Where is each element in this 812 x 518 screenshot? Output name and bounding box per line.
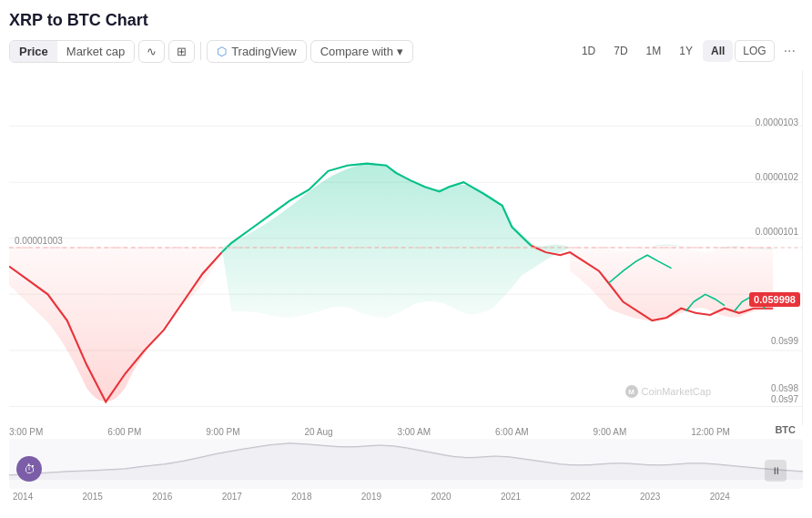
price-btn[interactable]: Price — [10, 41, 57, 62]
mini-x-axis: 2014 2015 2016 2017 2018 2019 2020 2021 … — [9, 489, 803, 502]
y-label-7: 0.0s97 — [771, 394, 798, 404]
period-group: 1D 7D 1M 1Y All LOG ··· — [573, 39, 803, 63]
main-chart-area: 0.0000103 0.0000102 0.0000101 0.059998 0… — [9, 70, 803, 425]
x-axis: 3:00 PM 6:00 PM 9:00 PM 20 Aug 3:00 AM 6… — [9, 425, 803, 437]
x-label-3: 9:00 PM — [206, 427, 239, 437]
mini-x-2018: 2018 — [291, 492, 311, 502]
period-1y[interactable]: 1Y — [671, 40, 701, 62]
pause-btn[interactable]: ⏸ — [765, 460, 787, 482]
mini-x-2019: 2019 — [361, 492, 381, 502]
current-price-label: 0.059998 — [749, 292, 800, 307]
tradingview-btn[interactable]: ⬡ TradingView — [207, 40, 307, 63]
price-marketcap-toggle: Price Market cap — [9, 40, 135, 63]
period-1m[interactable]: 1M — [638, 40, 670, 62]
mini-chart-svg — [9, 439, 803, 480]
tradingview-label: TradingView — [231, 45, 297, 58]
mini-chart-area: ⏱ ⏸ — [9, 439, 803, 489]
baseline-label: 0.00001003 — [15, 236, 63, 246]
y-label-1: 0.0000103 — [756, 117, 798, 127]
x-label-7: 9:00 AM — [594, 427, 627, 437]
tradingview-icon: ⬡ — [217, 45, 227, 58]
toolbar-divider — [200, 42, 201, 60]
btc-label: BTC — [775, 424, 796, 435]
mini-x-2024: 2024 — [710, 492, 730, 502]
period-1d[interactable]: 1D — [573, 40, 604, 62]
x-label-5: 3:00 AM — [397, 427, 431, 437]
compare-btn[interactable]: Compare with ▾ — [310, 40, 413, 63]
line-chart-icon: ∿ — [147, 45, 157, 58]
mini-x-2017: 2017 — [222, 492, 242, 502]
x-label-8: 12:00 PM — [691, 427, 730, 437]
coinmarketcap-watermark: M CoinMarketCap — [625, 385, 711, 398]
y-label-3: 0.0000101 — [756, 227, 798, 237]
marketcap-btn[interactable]: Market cap — [57, 41, 134, 62]
candle-icon: ⊞ — [177, 45, 187, 58]
x-label-2: 6:00 PM — [107, 427, 141, 437]
x-label-4: 20 Aug — [304, 427, 332, 437]
mini-x-2016: 2016 — [152, 492, 172, 502]
period-7d[interactable]: 7D — [605, 40, 635, 62]
y-label-2: 0.0000102 — [756, 172, 798, 182]
chart-title: XRP to BTC Chart — [9, 11, 803, 30]
log-btn[interactable]: LOG — [735, 40, 774, 62]
x-label-1: 3:00 PM — [9, 427, 43, 437]
period-all[interactable]: All — [703, 40, 733, 62]
mini-x-2014: 2014 — [13, 492, 33, 502]
more-options-btn[interactable]: ··· — [776, 39, 803, 63]
y-label-6: 0.0s98 — [771, 383, 798, 393]
mini-x-2020: 2020 — [431, 492, 451, 502]
mini-x-2015: 2015 — [83, 492, 103, 502]
compare-chevron-icon: ▾ — [397, 45, 403, 58]
toolbar: Price Market cap ∿ ⊞ ⬡ TradingView Compa… — [9, 39, 803, 63]
watermark-text: CoinMarketCap — [642, 386, 711, 397]
time-bubble[interactable]: ⏱ — [16, 456, 42, 482]
x-label-6: 6:00 AM — [495, 427, 529, 437]
candle-chart-btn[interactable]: ⊞ — [168, 40, 195, 63]
main-chart-svg — [9, 70, 802, 425]
compare-label: Compare with — [320, 45, 393, 58]
time-icon: ⏱ — [24, 462, 36, 476]
mini-x-2021: 2021 — [501, 492, 521, 502]
line-chart-btn[interactable]: ∿ — [138, 40, 165, 63]
mini-x-2023: 2023 — [640, 492, 660, 502]
pause-icon: ⏸ — [771, 465, 781, 476]
chart-container: XRP to BTC Chart Price Market cap ∿ ⊞ ⬡ … — [0, 0, 812, 518]
cmc-logo: M — [625, 385, 638, 398]
mini-x-2022: 2022 — [571, 492, 591, 502]
y-label-5: 0.0s99 — [771, 336, 798, 346]
